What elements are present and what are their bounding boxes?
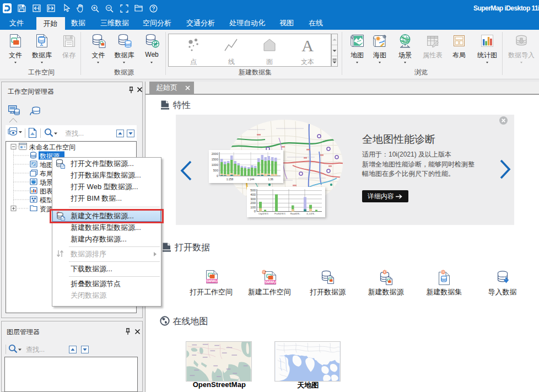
svg-text:City@S#1: City@S#1: [258, 212, 269, 215]
svg-text:100: 100: [250, 206, 256, 209]
svg-text:500: 500: [213, 169, 218, 172]
svg-text:1:258: 1:258: [227, 178, 234, 181]
svg-text:1:144: 1:144: [247, 178, 255, 181]
svg-text:400: 400: [250, 193, 256, 196]
svg-text:1500: 1500: [212, 158, 218, 161]
svg-text:200: 200: [250, 201, 256, 205]
svg-text:SMWU: SMWU: [265, 280, 276, 284]
svg-text:ProS@S#1: ProS@S#1: [274, 212, 286, 215]
svg-text:未命名工作空间: 未命名工作空间: [29, 143, 76, 151]
svg-text:Road@S..: Road@S..: [290, 212, 301, 215]
svg-text:300: 300: [250, 197, 256, 201]
svg-text:1:36: 1:36: [268, 178, 273, 181]
svg-text:A: A: [301, 37, 314, 54]
svg-text:SMWU: SMWU: [206, 279, 218, 283]
svg-text:地图: 地图: [40, 161, 53, 169]
svg-text:0: 0: [217, 174, 218, 178]
svg-text:0: 0: [254, 210, 256, 213]
svg-text:场景: 场景: [39, 179, 53, 186]
svg-text:500: 500: [250, 189, 256, 192]
svg-text:查找...: 查找...: [65, 130, 84, 137]
svg-text:图表: 图表: [40, 187, 53, 195]
svg-text:1000: 1000: [212, 163, 218, 167]
svg-text:4_L@S..: 4_L@S..: [306, 212, 315, 215]
svg-text:查找...: 查找...: [26, 346, 45, 353]
svg-text:布局: 布局: [40, 170, 53, 178]
svg-text:模型: 模型: [40, 196, 53, 204]
svg-text:2000: 2000: [212, 152, 218, 155]
